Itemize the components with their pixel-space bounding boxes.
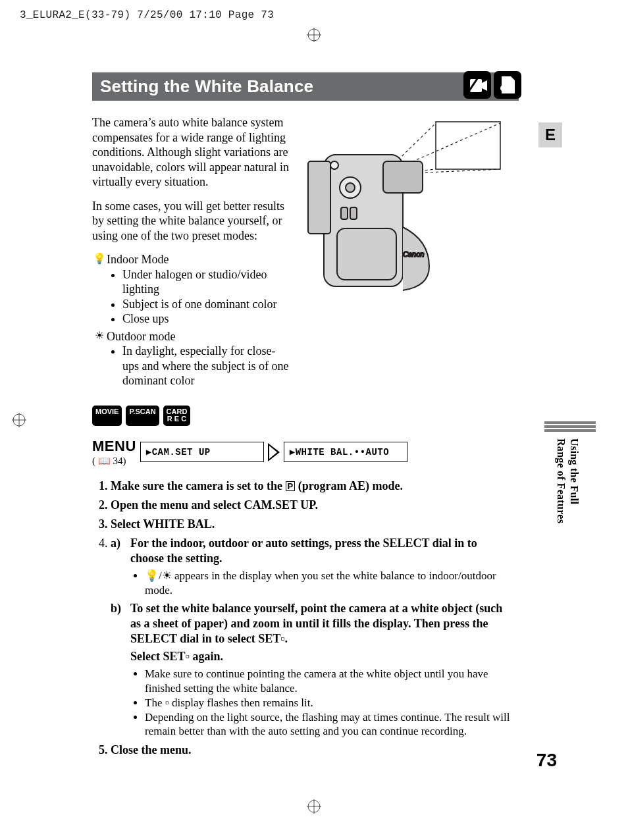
indoor-bullet: Close ups [122,311,290,327]
svg-rect-27 [350,207,357,219]
step-4: a) For the indoor, outdoor or auto setti… [111,536,513,739]
section-title-bar: Setting the White Balance [92,72,519,101]
manual-page: 3_ELURA2_E(33-79) 7/25/00 17:10 Page 73 … [0,0,628,840]
step-1: Make sure the camera is set to the P (pr… [111,479,513,494]
step-4b-bullet: The ▫ display flashes then remains lit. [145,696,513,710]
step-5: Close the menu. [111,743,513,758]
language-tab: E [538,122,562,147]
section-title: Setting the White Balance [100,76,313,96]
print-slug: 3_ELURA2_E(33-79) 7/25/00 17:10 Page 73 [20,9,274,21]
intro-p1: The camera’s auto white balance system c… [92,115,290,190]
outdoor-label: Outdoor mode [107,329,175,344]
crop-mark-top [307,28,321,42]
step-3: Select WHITE BAL. [111,517,513,532]
svg-point-25 [330,161,338,169]
intro-text: The camera’s auto white balance system c… [92,115,290,391]
svg-point-22 [346,183,355,192]
section-line2: Range of Features [556,438,567,523]
menu-label: MENU [92,438,136,455]
step-4a-text: For the indoor, outdoor or auto settings… [130,536,513,566]
pscan-badge: P.SCAN [126,406,159,426]
card-mode-icon [494,71,521,99]
svg-marker-10 [482,80,487,91]
indoor-label: Indoor Mode [107,252,169,267]
section-line1: Using the Full [569,438,580,504]
section-stripes-icon [544,421,596,433]
indoor-icon: 💡 [92,252,107,267]
svg-rect-19 [308,161,330,234]
step-4b-text: To set the white balance yourself, point… [130,601,513,646]
indoor-bullet: Under halogen or studio/video lighting [122,267,290,297]
svg-rect-23 [337,228,396,280]
outdoor-bullet-list: In daylight, especially for close-ups an… [92,344,290,388]
section-tab: Using the Full Range of Features [554,421,586,560]
movie-badge: MOVIE [92,406,122,426]
menu-arrow-icon [268,443,280,461]
step-4b-bullet: Depending on the light source, the flash… [145,710,513,739]
outdoor-bullet: In daylight, especially for close-ups an… [122,344,290,388]
svg-rect-26 [341,207,348,219]
menu-nav-row: MENU ( 📖 34) ▶CAM.SET UP ▶WHITE BAL.••AU… [92,438,513,467]
intro-p2: In some cases, you will get better resul… [92,199,290,244]
camera-mode-icon [463,71,491,99]
card-rec-badge: CARD R E C [163,406,191,426]
step-4a-note: 💡/☀ appears in the display when you set … [145,569,513,598]
step-4b-set-again: Select SET▫ again. [130,649,513,664]
step-4a-letter: a) [111,536,124,566]
camera-diagram: Canon [304,115,508,313]
step-4b-bullet: Make sure to continue pointing the camer… [145,667,513,696]
menu-page-ref: ( 📖 34) [92,455,136,467]
svg-text:Canon: Canon [403,250,424,258]
svg-rect-13 [436,122,500,169]
step-2: Open the menu and select CAM.SET UP. [111,498,513,513]
indoor-bullet: Subject is of one dominant color [122,297,290,312]
menu-box-camsetup: ▶CAM.SET UP [140,442,264,462]
mode-badges: MOVIE P.SCAN CARD R E C [92,406,513,426]
program-ae-icon: P [286,481,296,491]
crop-mark-left [12,413,26,427]
page-number: 73 [536,750,557,771]
svg-rect-20 [383,161,423,193]
indoor-bullet-list: Under halogen or studio/video lighting S… [92,267,290,327]
menu-box-whitebal: ▶WHITE BAL.••AUTO [284,442,407,462]
outdoor-icon: ☀ [92,329,107,344]
step-4b-letter: b) [111,601,124,646]
steps-list: Make sure the camera is set to the P (pr… [92,479,513,758]
crop-mark-bottom [307,799,321,814]
